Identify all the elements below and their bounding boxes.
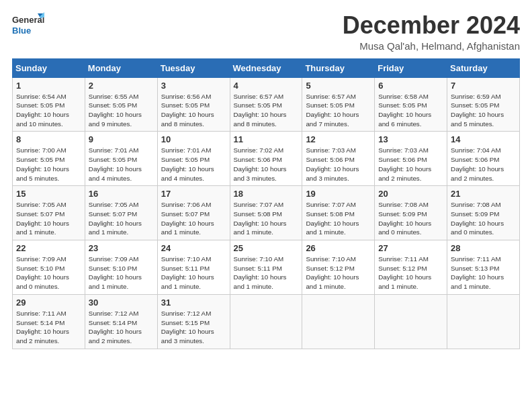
day-number: 20 (378, 189, 443, 199)
day-info: Sunrise: 7:11 AMSunset: 5:12 PMDaylight:… (378, 255, 431, 290)
day-info: Sunrise: 7:12 AMSunset: 5:15 PMDaylight:… (161, 310, 214, 345)
day-info: Sunrise: 6:54 AMSunset: 5:05 PMDaylight:… (16, 93, 69, 128)
day-cell: 10 Sunrise: 7:01 AMSunset: 5:05 PMDaylig… (157, 132, 230, 186)
day-cell: 12 Sunrise: 7:03 AMSunset: 5:06 PMDaylig… (302, 132, 375, 186)
day-info: Sunrise: 7:08 AMSunset: 5:09 PMDaylight:… (378, 201, 431, 236)
day-number: 14 (451, 134, 516, 144)
day-info: Sunrise: 7:05 AMSunset: 5:07 PMDaylight:… (89, 201, 142, 236)
week-row-4: 22 Sunrise: 7:09 AMSunset: 5:10 PMDaylig… (13, 240, 520, 295)
day-cell: 20 Sunrise: 7:08 AMSunset: 5:09 PMDaylig… (375, 186, 447, 240)
day-number: 30 (89, 298, 154, 308)
day-cell: 19 Sunrise: 7:07 AMSunset: 5:08 PMDaylig… (302, 186, 375, 240)
day-info: Sunrise: 7:01 AMSunset: 5:05 PMDaylight:… (161, 146, 214, 181)
day-info: Sunrise: 7:03 AMSunset: 5:06 PMDaylight:… (306, 146, 359, 181)
day-number: 10 (161, 134, 226, 144)
day-info: Sunrise: 7:08 AMSunset: 5:09 PMDaylight:… (451, 201, 504, 236)
day-cell: 4 Sunrise: 6:57 AMSunset: 5:05 PMDayligh… (230, 77, 302, 132)
day-number: 9 (89, 134, 154, 144)
day-number: 22 (16, 243, 81, 253)
day-info: Sunrise: 7:09 AMSunset: 5:10 PMDaylight:… (16, 255, 69, 290)
day-number: 2 (89, 81, 154, 91)
day-number: 31 (161, 298, 226, 308)
week-row-2: 8 Sunrise: 7:00 AMSunset: 5:05 PMDayligh… (13, 132, 520, 186)
day-cell: 13 Sunrise: 7:03 AMSunset: 5:06 PMDaylig… (375, 132, 447, 186)
day-info: Sunrise: 7:09 AMSunset: 5:10 PMDaylight:… (89, 255, 142, 290)
day-cell: 22 Sunrise: 7:09 AMSunset: 5:10 PMDaylig… (13, 240, 85, 295)
day-info: Sunrise: 7:10 AMSunset: 5:12 PMDaylight:… (306, 255, 359, 290)
day-cell: 3 Sunrise: 6:56 AMSunset: 5:05 PMDayligh… (157, 77, 230, 132)
title-section: December 2024 Musa Qal'ah, Helmand, Afgh… (343, 12, 520, 52)
day-info: Sunrise: 7:01 AMSunset: 5:05 PMDaylight:… (89, 146, 142, 181)
col-header-tuesday: Tuesday (157, 58, 230, 77)
day-cell: 26 Sunrise: 7:10 AMSunset: 5:12 PMDaylig… (302, 240, 375, 295)
day-number: 7 (451, 81, 516, 91)
day-info: Sunrise: 7:10 AMSunset: 5:11 PMDaylight:… (161, 255, 214, 290)
day-cell (230, 294, 302, 349)
day-number: 8 (16, 134, 81, 144)
day-number: 15 (16, 189, 81, 199)
day-cell: 28 Sunrise: 7:11 AMSunset: 5:13 PMDaylig… (447, 240, 520, 295)
day-number: 26 (306, 243, 371, 253)
day-info: Sunrise: 6:55 AMSunset: 5:05 PMDaylight:… (89, 93, 142, 128)
day-info: Sunrise: 6:56 AMSunset: 5:05 PMDaylight:… (161, 93, 214, 128)
header-row: SundayMondayTuesdayWednesdayThursdayFrid… (13, 58, 520, 77)
day-number: 28 (451, 243, 516, 253)
col-header-sunday: Sunday (13, 58, 85, 77)
day-number: 3 (161, 81, 226, 91)
day-number: 24 (161, 243, 226, 253)
day-number: 27 (378, 243, 443, 253)
col-header-saturday: Saturday (447, 58, 520, 77)
logo: General Blue (12, 12, 46, 38)
day-number: 18 (234, 189, 299, 199)
day-number: 16 (89, 189, 154, 199)
day-info: Sunrise: 7:04 AMSunset: 5:06 PMDaylight:… (451, 146, 504, 181)
day-info: Sunrise: 7:03 AMSunset: 5:06 PMDaylight:… (378, 146, 431, 181)
month-title: December 2024 (343, 12, 520, 39)
day-cell: 30 Sunrise: 7:12 AMSunset: 5:14 PMDaylig… (85, 294, 157, 349)
day-number: 29 (16, 298, 81, 308)
day-info: Sunrise: 7:05 AMSunset: 5:07 PMDaylight:… (16, 201, 69, 236)
day-info: Sunrise: 7:02 AMSunset: 5:06 PMDaylight:… (234, 146, 287, 181)
day-cell: 9 Sunrise: 7:01 AMSunset: 5:05 PMDayligh… (85, 132, 157, 186)
col-header-wednesday: Wednesday (230, 58, 302, 77)
day-number: 12 (306, 134, 371, 144)
day-cell: 27 Sunrise: 7:11 AMSunset: 5:12 PMDaylig… (375, 240, 447, 295)
day-number: 1 (16, 81, 81, 91)
day-number: 23 (89, 243, 154, 253)
week-row-5: 29 Sunrise: 7:11 AMSunset: 5:14 PMDaylig… (13, 294, 520, 349)
day-cell: 1 Sunrise: 6:54 AMSunset: 5:05 PMDayligh… (13, 77, 85, 132)
day-cell: 31 Sunrise: 7:12 AMSunset: 5:15 PMDaylig… (157, 294, 230, 349)
day-number: 5 (306, 81, 371, 91)
day-info: Sunrise: 6:57 AMSunset: 5:05 PMDaylight:… (306, 93, 359, 128)
col-header-thursday: Thursday (302, 58, 375, 77)
day-cell: 29 Sunrise: 7:11 AMSunset: 5:14 PMDaylig… (13, 294, 85, 349)
day-cell (375, 294, 447, 349)
day-cell: 2 Sunrise: 6:55 AMSunset: 5:05 PMDayligh… (85, 77, 157, 132)
day-info: Sunrise: 7:11 AMSunset: 5:13 PMDaylight:… (451, 255, 504, 290)
day-cell: 15 Sunrise: 7:05 AMSunset: 5:07 PMDaylig… (13, 186, 85, 240)
day-info: Sunrise: 7:07 AMSunset: 5:08 PMDaylight:… (306, 201, 359, 236)
day-cell: 17 Sunrise: 7:06 AMSunset: 5:07 PMDaylig… (157, 186, 230, 240)
day-cell: 11 Sunrise: 7:02 AMSunset: 5:06 PMDaylig… (230, 132, 302, 186)
day-number: 6 (378, 81, 443, 91)
day-info: Sunrise: 7:11 AMSunset: 5:14 PMDaylight:… (16, 310, 69, 345)
day-info: Sunrise: 7:07 AMSunset: 5:08 PMDaylight:… (234, 201, 287, 236)
day-number: 17 (161, 189, 226, 199)
day-info: Sunrise: 7:12 AMSunset: 5:14 PMDaylight:… (89, 310, 142, 345)
col-header-monday: Monday (85, 58, 157, 77)
location: Musa Qal'ah, Helmand, Afghanistan (343, 40, 520, 52)
day-cell (302, 294, 375, 349)
day-info: Sunrise: 6:57 AMSunset: 5:05 PMDaylight:… (234, 93, 287, 128)
day-cell (447, 294, 520, 349)
day-info: Sunrise: 7:06 AMSunset: 5:07 PMDaylight:… (161, 201, 214, 236)
day-cell: 8 Sunrise: 7:00 AMSunset: 5:05 PMDayligh… (13, 132, 85, 186)
header: General Blue December 2024 Musa Qal'ah, … (12, 12, 520, 52)
day-cell: 24 Sunrise: 7:10 AMSunset: 5:11 PMDaylig… (157, 240, 230, 295)
page: General Blue December 2024 Musa Qal'ah, … (0, 0, 532, 356)
day-number: 4 (234, 81, 299, 91)
day-info: Sunrise: 6:58 AMSunset: 5:05 PMDaylight:… (378, 93, 431, 128)
day-cell: 7 Sunrise: 6:59 AMSunset: 5:05 PMDayligh… (447, 77, 520, 132)
week-row-1: 1 Sunrise: 6:54 AMSunset: 5:05 PMDayligh… (13, 77, 520, 132)
col-header-friday: Friday (375, 58, 447, 77)
svg-text:Blue: Blue (12, 26, 31, 36)
